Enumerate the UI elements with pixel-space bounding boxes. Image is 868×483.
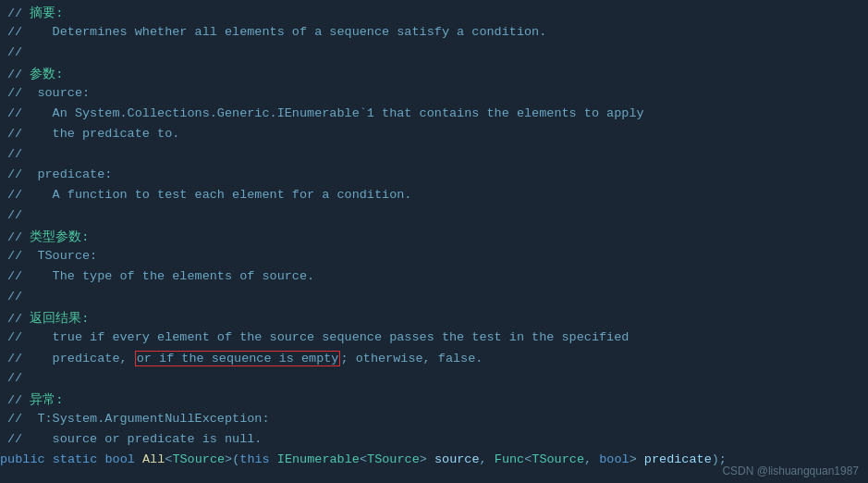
label-typeparam: 类型参数: (30, 229, 89, 245)
code-container: // 摘要: // Determines whether all element… (0, 0, 868, 483)
line-exception-label: // T:System.ArgumentNullException: (0, 411, 868, 431)
watermark: CSDN @lishuangquan1987 (722, 464, 859, 477)
line-blank-4: // (0, 289, 868, 309)
param-predicate: predicate (644, 452, 712, 466)
line-tsource-desc: // The type of the elements of source. (0, 268, 868, 289)
line-source-desc1: // An System.Collections.Generic.IEnumer… (0, 105, 868, 126)
keyword-bool: bool (104, 452, 134, 466)
keyword-static: static (53, 452, 98, 466)
line-blank-5: // (0, 370, 868, 390)
line-returns-desc2: // predicate, or if the sequence is empt… (0, 350, 868, 370)
type-tsource2: TSource (367, 452, 420, 466)
line-source-label: // source: (0, 85, 868, 105)
line-typeparam: // 类型参数: (0, 228, 868, 248)
line-returns: // 返回结果: (0, 309, 868, 329)
label-returns: 返回结果: (30, 310, 89, 327)
label-exceptions: 异常: (30, 391, 63, 408)
line-tsource-label: // TSource: (0, 248, 868, 268)
line-exception-desc: // source or predicate is null. (0, 431, 868, 452)
highlight-empty-sequence: or if the sequence is empty (135, 351, 341, 366)
type-tsource3: TSource (532, 452, 584, 466)
line-params: // 参数: (0, 65, 868, 85)
line-blank-1: // (0, 44, 868, 65)
keyword-this: this (239, 452, 269, 466)
comment-slash: // (0, 6, 22, 20)
keyword-public: public (0, 452, 45, 466)
param-source: source (434, 452, 480, 466)
line-blank-3: // (0, 207, 868, 228)
line-2: // Determines whether all elements of a … (0, 24, 868, 44)
label-summary: 摘要: (30, 5, 63, 21)
type-func: Func (495, 452, 524, 466)
method-all: All (142, 452, 165, 466)
line-predicate-label: // predicate: (0, 167, 868, 187)
line-predicate-desc: // A function to test each element for a… (0, 187, 868, 207)
label-params: 参数: (30, 66, 63, 82)
type-ienumerable: IEnumerable (277, 452, 360, 466)
line-source-desc2: // the predicate to. (0, 126, 868, 146)
keyword-bool2: bool (599, 452, 629, 466)
line-1: // 摘要: (0, 4, 868, 24)
line-returns-desc1: // true if every element of the source s… (0, 329, 868, 350)
type-tsource: TSource (172, 452, 225, 466)
line-blank-2: // (0, 146, 868, 167)
line-exceptions: // 异常: (0, 390, 868, 411)
